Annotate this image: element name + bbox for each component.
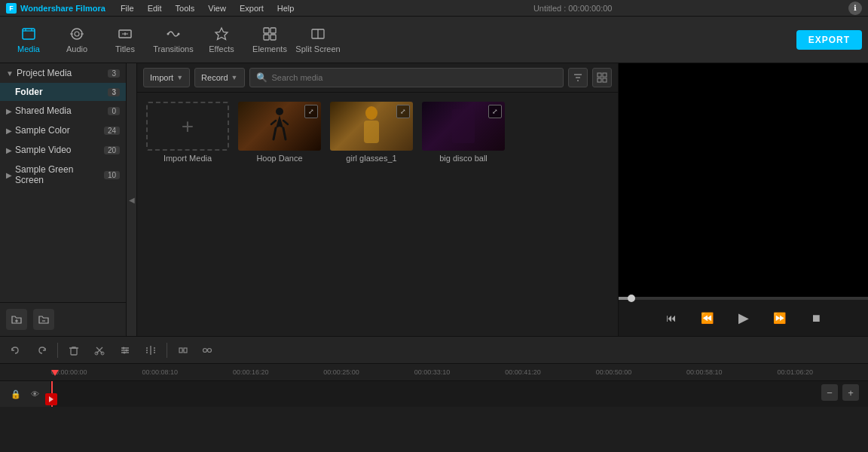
import-dropdown[interactable]: Import ▼ [143, 68, 190, 87]
skip-back-button[interactable]: ⏮ [661, 307, 682, 328]
undo-button[interactable] [6, 341, 26, 360]
link-icon [202, 345, 212, 356]
record-dropdown[interactable]: Record ▼ [194, 68, 244, 87]
sidebar-section-green-screen[interactable]: ▶ Sample Green Screen 10 [0, 160, 126, 190]
menu-export[interactable]: Export [237, 2, 267, 14]
list-item[interactable]: + Import Media [146, 102, 229, 163]
timeline-track[interactable]: 🔒 👁 − + [0, 381, 868, 407]
step-back-button[interactable]: ⏪ [697, 307, 718, 328]
playhead-handle[interactable] [45, 393, 57, 405]
lock-button[interactable]: 🔒 [8, 386, 23, 402]
sidebar-item-folder[interactable]: Folder 3 [0, 83, 126, 101]
menu-tools[interactable]: Tools [173, 2, 198, 14]
sample-color-label: Sample Color [15, 125, 70, 136]
export-button[interactable]: EXPORT [796, 30, 862, 50]
menu-file[interactable]: File [118, 2, 137, 14]
toolbar-media[interactable]: Media [6, 19, 51, 61]
elements-label: Elements [252, 44, 287, 53]
adjust-button[interactable] [115, 341, 135, 360]
zoom-out-button[interactable]: − [821, 384, 838, 401]
toolbar-titles[interactable]: Titles [102, 19, 148, 61]
split-screen-label: Split Screen [295, 44, 340, 53]
toolbar-audio[interactable]: Audio [54, 19, 99, 61]
bottom-toolbar [0, 336, 868, 363]
toolbar-transitions[interactable]: Transitions [151, 19, 196, 61]
svg-point-16 [276, 108, 283, 115]
sidebar-section-sample-color[interactable]: ▶ Sample Color 24 [0, 121, 126, 140]
snap-button[interactable] [173, 341, 193, 360]
stop-button[interactable]: ⏹ [805, 307, 827, 328]
preview-screen [619, 63, 868, 297]
svg-point-25 [124, 351, 126, 353]
link-button[interactable] [197, 341, 217, 360]
arrow-icon: ▼ [6, 69, 14, 78]
folder-count: 3 [108, 88, 120, 96]
search-input[interactable] [272, 73, 558, 82]
list-item[interactable]: ⤢ Hoop Dance [238, 102, 321, 163]
import-label: Import [150, 73, 173, 82]
import-media-thumb[interactable]: + [146, 102, 229, 151]
add-folder-button[interactable] [6, 309, 27, 330]
elements-icon [261, 26, 278, 42]
delete-button[interactable] [64, 341, 84, 360]
list-item[interactable]: ⤢ big disco ball [422, 102, 505, 163]
collapse-sidebar-tab[interactable]: ◀ [127, 63, 137, 336]
cut-button[interactable] [90, 341, 109, 360]
sidebar-section-sample-video[interactable]: ▶ Sample Video 20 [0, 140, 126, 160]
audio-label: Audio [66, 44, 87, 53]
svg-rect-15 [603, 78, 607, 82]
snap-icon [178, 345, 188, 356]
girl-glasses-thumb: ⤢ [330, 102, 413, 151]
sidebar-section-project-media[interactable]: ▼ Project Media 3 [0, 63, 126, 83]
time-mark-7: 00:00:58:10 [686, 368, 777, 376]
filter-button[interactable] [568, 68, 588, 87]
info-icon[interactable]: ℹ [848, 2, 862, 15]
record-label: Record [201, 73, 228, 82]
svg-rect-20 [71, 348, 77, 355]
separator [57, 343, 58, 358]
svg-rect-26 [179, 348, 182, 353]
main-toolbar: Media Audio Titles Transitions Effects [0, 17, 868, 63]
shared-media-count: 0 [108, 107, 120, 115]
sidebar-section-shared-media[interactable]: ▶ Shared Media 0 [0, 101, 126, 121]
step-forward-button[interactable]: ⏩ [769, 307, 790, 328]
app-logo-icon: F [6, 3, 17, 14]
sample-green-count: 10 [104, 171, 120, 179]
menu-items: File Edit Tools View Export Help [118, 2, 297, 14]
svg-rect-12 [598, 73, 601, 77]
time-mark-4: 00:00:33:10 [414, 368, 505, 376]
zoom-in-button[interactable]: + [842, 384, 859, 401]
play-button[interactable]: ▶ [733, 307, 754, 328]
toolbar-elements[interactable]: Elements [247, 19, 292, 61]
import-media-label: Import Media [164, 154, 212, 163]
remove-folder-icon [38, 313, 50, 325]
app-name: Wondershare Filmora [20, 4, 105, 13]
main-area: ▼ Project Media 3 Folder 3 ▶ Shared Medi… [0, 63, 868, 336]
zoom-control: − + [821, 384, 859, 401]
toolbar-split-screen[interactable]: Split Screen [295, 19, 341, 61]
remove-folder-button[interactable] [33, 309, 54, 330]
time-mark-8: 00:01:06:20 [778, 368, 868, 376]
svg-point-5 [178, 33, 180, 35]
preview-progress-bar[interactable] [619, 297, 868, 300]
disco-ball-thumb: ⤢ [422, 102, 505, 151]
menu-help[interactable]: Help [274, 2, 298, 14]
redo-icon [35, 344, 47, 356]
svg-point-21 [95, 352, 98, 355]
transitions-label: Transitions [153, 44, 193, 53]
toolbar-effects[interactable]: Effects [199, 19, 244, 61]
time-mark-3: 00:00:25:00 [323, 368, 414, 376]
expand-icon: ⤢ [396, 105, 410, 118]
list-item[interactable]: ⤢ girl glasses_1 [330, 102, 413, 163]
filter-icon [573, 72, 583, 83]
menu-edit[interactable]: Edit [145, 2, 165, 14]
media-label: Media [17, 44, 40, 53]
redo-button[interactable] [32, 341, 51, 360]
audio-icon [69, 26, 85, 42]
grid-button[interactable] [592, 68, 612, 87]
eye-button[interactable]: 👁 [28, 386, 43, 402]
expand-icon: ⤢ [488, 105, 502, 118]
add-folder-icon [11, 313, 23, 325]
menu-view[interactable]: View [205, 2, 229, 14]
split-button[interactable] [141, 341, 160, 360]
